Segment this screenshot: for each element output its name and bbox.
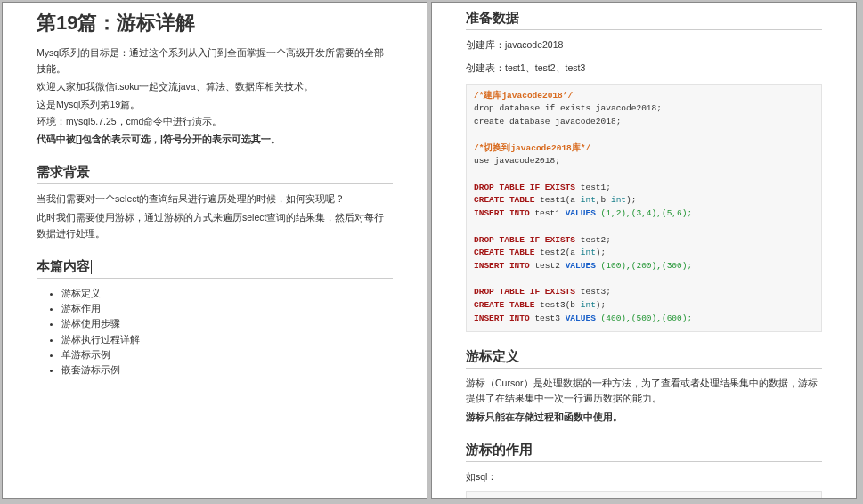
code-kw: INSERT INTO bbox=[474, 208, 530, 218]
code-frag: ); bbox=[626, 195, 636, 205]
intro-line-3: 这是Mysql系列第19篇。 bbox=[37, 97, 393, 113]
code-kw: DROP TABLE IF EXISTS bbox=[474, 287, 575, 297]
code-kw: INSERT INTO bbox=[474, 261, 530, 271]
intro-line-2: 欢迎大家加我微信itsoku一起交流java、算法、数据库相关技术。 bbox=[37, 79, 393, 95]
code-line: use javacode2018; bbox=[474, 156, 560, 166]
code-frag: test3 bbox=[530, 313, 566, 323]
intro-block: Mysql系列的目标是：通过这个系列从入门到全面掌握一个高级开发所需要的全部技能… bbox=[37, 45, 393, 148]
def-line-2: 游标只能在存储过程和函数中使用。 bbox=[466, 410, 822, 426]
code-frag: test1 bbox=[530, 208, 566, 218]
code-kw: CREATE TABLE bbox=[474, 195, 534, 205]
prep-line-2: 创建表：test1、test2、test3 bbox=[466, 61, 822, 77]
code-comment: /*切换到javacode2018库*/ bbox=[474, 143, 590, 153]
code-type: int bbox=[581, 300, 596, 310]
code-frag: test3; bbox=[575, 287, 611, 297]
toc-list: 游标定义 游标作用 游标使用步骤 游标执行过程详解 单游标示例 嵌套游标示例 bbox=[37, 286, 393, 378]
toc-item: 嵌套游标示例 bbox=[61, 362, 393, 378]
code-kw: CREATE TABLE bbox=[474, 300, 534, 310]
code-kw: DROP TABLE IF EXISTS bbox=[474, 183, 575, 192]
code-comment: /*建库javacode2018*/ bbox=[474, 91, 573, 101]
prep-line-1: 创建库：javacode2018 bbox=[466, 37, 822, 53]
code-val: (400),(500),(600); bbox=[596, 313, 692, 323]
code-kw: VALUES bbox=[566, 313, 596, 323]
page-1: 第19篇：游标详解 Mysql系列的目标是：通过这个系列从入门到全面掌握一个高级… bbox=[2, 2, 427, 499]
code-frag: test2; bbox=[575, 235, 611, 245]
heading-requirements: 需求背景 bbox=[37, 164, 393, 184]
use-line-1: 如sql： bbox=[466, 469, 822, 485]
code-frag: ); bbox=[596, 300, 606, 310]
code-kw: VALUES bbox=[566, 261, 596, 271]
req-line-1: 当我们需要对一个select的查询结果进行遍历处理的时候，如何实现呢？ bbox=[37, 191, 393, 207]
code-type: int bbox=[581, 195, 596, 205]
code-type: int bbox=[611, 195, 626, 205]
toc-item: 游标使用步骤 bbox=[61, 316, 393, 331]
heading-cursor-use: 游标的作用 bbox=[466, 442, 822, 462]
code-line: drop database if exists javacode2018; bbox=[474, 103, 662, 113]
code-type: int bbox=[581, 248, 596, 257]
toc-item: 游标执行过程详解 bbox=[61, 332, 393, 347]
intro-line-5: 代码中被[]包含的表示可选，|符号分开的表示可选其一。 bbox=[37, 132, 393, 148]
code-kw: CREATE TABLE bbox=[474, 248, 534, 257]
code-frag: test2(a bbox=[534, 248, 580, 257]
toc-item: 单游标示例 bbox=[61, 347, 393, 362]
page-title: 第19篇：游标详解 bbox=[37, 10, 393, 37]
code-block-prepare: /*建库javacode2018*/ drop database if exis… bbox=[466, 84, 822, 332]
intro-line-1: Mysql系列的目标是：通过这个系列从入门到全面掌握一个高级开发所需要的全部技能… bbox=[37, 45, 393, 77]
heading-cursor-def: 游标定义 bbox=[466, 348, 822, 369]
toc-item: 游标定义 bbox=[61, 286, 393, 301]
req-line-2: 此时我们需要使用游标，通过游标的方式来遍历select查询的结果集，然后对每行数… bbox=[37, 210, 393, 242]
code-val: (1,2),(3,4),(5,6); bbox=[596, 208, 692, 218]
page-2: 准备数据 创建库：javacode2018 创建表：test1、test2、te… bbox=[431, 2, 857, 499]
code-kw: DROP TABLE IF EXISTS bbox=[474, 235, 575, 245]
code-frag: ); bbox=[596, 248, 606, 257]
code-frag: test1; bbox=[575, 183, 611, 192]
intro-line-4: 环境：mysql5.7.25，cmd命令中进行演示。 bbox=[37, 114, 393, 130]
code-kw: VALUES bbox=[566, 208, 596, 218]
code-val: (100),(200),(300); bbox=[596, 261, 692, 271]
code-line: create database javacode2018; bbox=[474, 117, 621, 126]
heading-toc: 本篇内容 bbox=[37, 258, 393, 279]
def-line-1: 游标（Cursor）是处理数据的一种方法，为了查看或者处理结果集中的数据，游标提… bbox=[466, 376, 822, 408]
code-frag: test1(a bbox=[534, 195, 580, 205]
code-frag: ,b bbox=[596, 195, 611, 205]
code-block-select: select a,b from test1; bbox=[466, 491, 822, 499]
code-frag: test3(b bbox=[534, 300, 580, 310]
heading-prepare-data: 准备数据 bbox=[466, 10, 822, 30]
toc-item: 游标作用 bbox=[61, 301, 393, 316]
code-kw: INSERT INTO bbox=[474, 313, 530, 323]
code-frag: test2 bbox=[530, 261, 566, 271]
prepare-lines: 创建库：javacode2018 创建表：test1、test2、test3 bbox=[466, 37, 822, 77]
